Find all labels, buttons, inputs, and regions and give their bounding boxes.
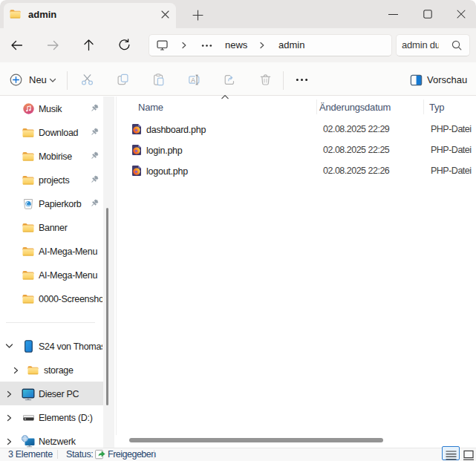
svg-text:A: A (191, 76, 195, 84)
